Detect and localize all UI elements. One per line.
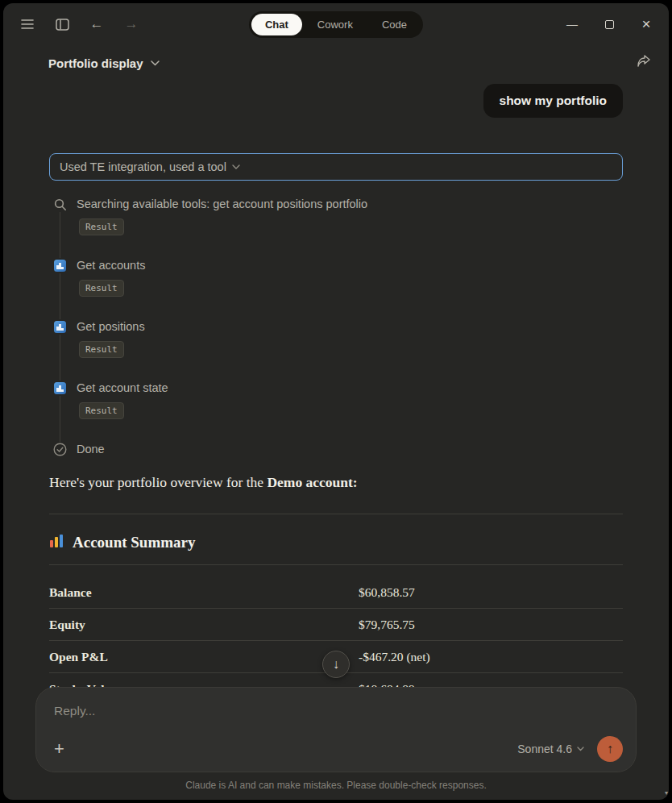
table-row: Balance $60,858.57	[49, 576, 623, 609]
mode-tabs: Chat Cowork Code	[249, 11, 423, 38]
tool-icon	[52, 258, 68, 273]
row-value: -$467.20 (net)	[359, 641, 623, 673]
step-label: Done	[77, 441, 623, 457]
row-label: Balance	[49, 576, 359, 609]
step-label: Searching available tools: get account p…	[77, 196, 623, 212]
bar-chart-emoji	[49, 534, 64, 551]
tool-use-summary-label: Used TE integration, used a tool	[60, 160, 226, 174]
account-summary-table: Balance $60,858.57 Equity $79,765.75 Ope…	[49, 576, 623, 705]
result-chip[interactable]: Result	[79, 218, 124, 235]
app-window: ← → Chat Cowork Code — × Portfolio displ…	[3, 3, 669, 800]
response-intro-bold: Demo account:	[267, 474, 357, 490]
step-label: Get positions	[77, 318, 623, 335]
arrow-down-icon: ↓	[333, 657, 339, 672]
chat-scroll-area[interactable]: show my portfolio Used TE integration, u…	[3, 84, 669, 705]
tool-step: Get accounts Result	[49, 257, 623, 297]
tool-step: Searching available tools: get account p…	[49, 196, 623, 235]
tool-step: Get positions Result	[49, 318, 623, 358]
scroll-to-bottom-button[interactable]: ↓	[322, 651, 350, 678]
scrollbar-arrow-icon[interactable]: ▾	[665, 789, 668, 797]
tab-cowork[interactable]: Cowork	[304, 14, 367, 35]
tool-icon	[52, 319, 68, 335]
result-chip[interactable]: Result	[79, 402, 124, 419]
reply-composer[interactable]: Reply... + Sonnet 4.6 ↑	[35, 687, 637, 772]
send-button[interactable]: ↑	[597, 736, 623, 762]
table-row: Equity $79,765.75	[49, 609, 623, 641]
result-chip[interactable]: Result	[79, 280, 124, 297]
tool-step: Get account state Result	[49, 380, 623, 419]
response-intro-prefix: Here's your portfolio overview for the	[49, 474, 267, 490]
tool-steps-timeline: Searching available tools: get account p…	[49, 196, 623, 457]
attach-plus-button[interactable]: +	[54, 740, 64, 758]
conversation-title[interactable]: Portfolio display	[48, 56, 143, 70]
back-arrow-icon[interactable]: ←	[89, 16, 105, 32]
row-label: Equity	[49, 609, 359, 641]
tab-chat[interactable]: Chat	[251, 14, 302, 35]
step-label: Get accounts	[77, 257, 623, 273]
divider	[49, 564, 623, 565]
tool-step-done: Done	[49, 441, 623, 457]
tool-use-summary[interactable]: Used TE integration, used a tool	[49, 153, 623, 181]
minimize-button[interactable]: —	[566, 18, 579, 31]
sidebar-toggle-icon[interactable]	[54, 16, 70, 32]
assistant-response-text: Here's your portfolio overview for the D…	[49, 472, 623, 493]
titlebar: ← → Chat Cowork Code — ×	[3, 3, 669, 45]
model-selector[interactable]: Sonnet 4.6	[517, 743, 584, 755]
tool-icon	[52, 381, 68, 396]
section-title: Account Summary	[73, 534, 196, 551]
row-value: $60,858.57	[359, 576, 623, 609]
conversation-header: Portfolio display	[3, 45, 669, 76]
forward-arrow-icon[interactable]: →	[123, 16, 139, 32]
row-label: Open P&L	[49, 641, 359, 673]
close-button[interactable]: ×	[640, 18, 653, 31]
maximize-button[interactable]	[603, 18, 616, 31]
arrow-up-icon: ↑	[607, 742, 613, 756]
step-label: Get account state	[77, 380, 623, 396]
check-circle-icon	[52, 442, 68, 457]
chevron-down-icon	[577, 747, 584, 751]
chevron-down-icon	[232, 164, 240, 169]
result-chip[interactable]: Result	[79, 341, 124, 358]
model-name: Sonnet 4.6	[517, 743, 572, 755]
tab-code[interactable]: Code	[368, 14, 421, 35]
divider	[49, 514, 623, 514]
share-icon[interactable]	[637, 55, 651, 71]
hamburger-menu-icon[interactable]	[19, 16, 35, 32]
disclaimer-text: Claude is AI and can make mistakes. Plea…	[3, 780, 669, 791]
reply-input[interactable]: Reply...	[54, 704, 618, 718]
search-icon	[52, 197, 68, 212]
user-message-bubble: show my portfolio	[483, 84, 623, 118]
row-value: $79,765.75	[359, 609, 623, 641]
chevron-down-icon[interactable]	[151, 60, 160, 66]
